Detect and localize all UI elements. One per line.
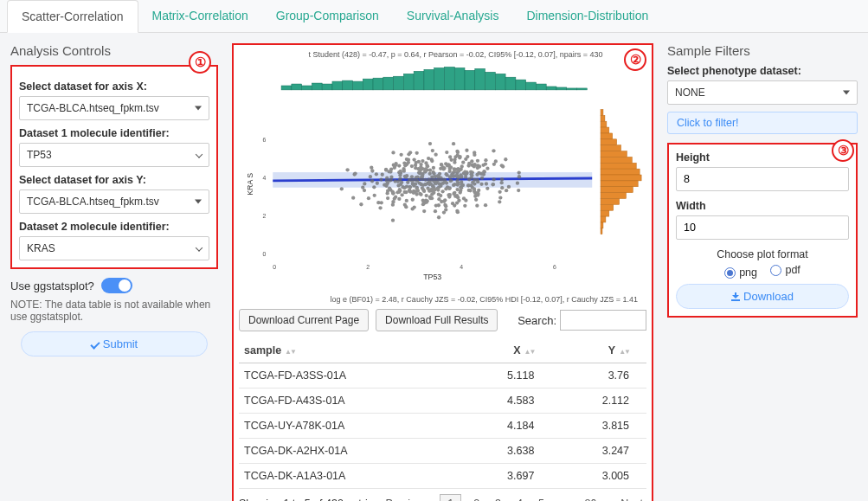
svg-rect-23 (516, 80, 526, 90)
label-axis-x: Select dataset for axis X: (19, 80, 209, 93)
svg-point-469 (428, 180, 431, 183)
select-mol1-value: TP53 (27, 149, 52, 161)
svg-rect-37 (601, 151, 627, 157)
svg-rect-40 (601, 169, 640, 175)
submit-button[interactable]: Submit (21, 331, 208, 356)
table-row[interactable]: TCGA-UY-A78K-01A4.1843.815 (239, 414, 646, 439)
svg-text:4: 4 (262, 175, 266, 181)
plot-xlabel: TP53 (423, 273, 441, 281)
pager-next[interactable]: Next (617, 496, 646, 501)
svg-point-438 (432, 178, 435, 182)
results-table: sample▲▼ X▲▼ Y▲▼ TCGA-FD-A3SS-01A5.1183.… (239, 338, 646, 489)
select-phenotype-dataset[interactable]: NONE (667, 80, 858, 105)
svg-point-259 (415, 161, 418, 164)
cell-sample: TCGA-DK-A2HX-01A (239, 439, 457, 464)
svg-rect-42 (601, 181, 638, 187)
pager-page[interactable]: 3 (492, 496, 505, 501)
svg-point-376 (370, 179, 374, 183)
pager-page[interactable]: 5 (535, 496, 548, 501)
svg-point-424 (415, 192, 418, 196)
svg-point-221 (379, 177, 383, 181)
col-y[interactable]: Y▲▼ (551, 338, 646, 363)
svg-point-463 (415, 176, 418, 179)
download-plot-button[interactable]: Download (676, 284, 849, 309)
svg-point-237 (453, 155, 457, 158)
label-height: Height (676, 151, 849, 164)
svg-point-390 (407, 152, 410, 156)
svg-point-406 (475, 203, 479, 207)
svg-point-460 (447, 193, 450, 196)
select-axis-x-dataset[interactable]: TCGA-BLCA.htseq_fpkm.tsv (19, 96, 209, 120)
width-input[interactable] (676, 215, 849, 240)
svg-point-354 (485, 182, 488, 185)
pager-page[interactable]: 2 (470, 496, 483, 501)
label-mol1: Dataset 1 molecule identifier: (19, 127, 209, 139)
height-input[interactable] (676, 167, 849, 191)
select-mol1[interactable]: TP53 (19, 143, 209, 167)
tab-matrix-correlation[interactable]: Matrix-Correlation (138, 0, 262, 32)
pager-page[interactable]: 1 (440, 494, 461, 501)
svg-point-358 (442, 210, 446, 214)
chevron-down-icon (195, 106, 202, 111)
tab-group-comparison[interactable]: Group-Comparison (262, 0, 393, 32)
svg-point-251 (484, 158, 487, 162)
svg-point-149 (470, 159, 473, 163)
select-mol2[interactable]: KRAS (19, 236, 209, 260)
pager-prev[interactable]: Previous (383, 496, 432, 501)
download-full-results-button[interactable]: Download Full Results (376, 309, 498, 331)
table-row[interactable]: TCGA-FD-A3SS-01A5.1183.76 (239, 363, 646, 389)
svg-rect-46 (601, 204, 614, 210)
radio-dot-icon (724, 267, 736, 279)
svg-point-296 (471, 185, 474, 189)
svg-point-154 (404, 176, 408, 179)
tab-dimension-distribution[interactable]: Dimension-Distribution (512, 0, 662, 32)
tab-survival-analysis[interactable]: Survival-Analysis (393, 0, 513, 32)
svg-point-115 (411, 198, 415, 202)
svg-point-227 (424, 178, 428, 182)
svg-point-61 (396, 183, 400, 187)
table-row[interactable]: TCGA-FD-A43S-01A4.5832.112 (239, 389, 646, 414)
pager: Previous 12345...86 Next (383, 496, 646, 501)
pager-page[interactable]: 86 (581, 496, 600, 501)
radio-png[interactable]: png (724, 267, 757, 279)
download-current-page-button[interactable]: Download Current Page (239, 309, 369, 331)
search-input[interactable] (560, 310, 646, 331)
svg-point-131 (434, 209, 437, 213)
svg-point-262 (500, 177, 504, 181)
label-width: Width (676, 200, 849, 212)
pager-page[interactable]: ... (556, 496, 572, 501)
svg-point-439 (444, 204, 447, 208)
tab-scatter-correlation[interactable]: Scatter-Correlation (7, 0, 138, 33)
col-x[interactable]: X▲▼ (457, 338, 552, 363)
svg-text:2: 2 (262, 213, 266, 219)
svg-rect-17 (454, 67, 465, 90)
svg-point-401 (424, 161, 428, 164)
table-row[interactable]: TCGA-DK-A2HX-01A3.6383.247 (239, 439, 646, 464)
chevron-down-icon (843, 91, 850, 95)
radio-pdf[interactable]: pdf (770, 264, 800, 276)
svg-point-252 (461, 161, 465, 164)
svg-point-420 (434, 153, 437, 157)
svg-point-479 (491, 183, 494, 186)
svg-point-76 (415, 151, 419, 155)
svg-rect-28 (567, 88, 577, 90)
col-sample[interactable]: sample▲▼ (239, 338, 457, 363)
svg-rect-16 (444, 67, 454, 89)
svg-point-384 (438, 172, 441, 176)
radio-dot-icon (770, 265, 781, 276)
svg-point-481 (476, 166, 479, 170)
select-axis-y-dataset[interactable]: TCGA-BLCA.htseq_fpkm.tsv (19, 189, 209, 214)
svg-point-359 (466, 164, 470, 167)
svg-point-400 (397, 164, 401, 167)
svg-point-453 (498, 196, 502, 199)
svg-point-116 (448, 155, 452, 158)
svg-point-461 (448, 179, 452, 183)
svg-rect-21 (495, 74, 505, 90)
table-row[interactable]: TCGA-DK-A1A3-01A3.6973.005 (239, 464, 646, 489)
svg-rect-44 (601, 193, 626, 199)
svg-point-276 (398, 177, 402, 180)
toggle-ggstatsplot[interactable] (101, 278, 132, 293)
pager-page[interactable]: 4 (513, 496, 526, 501)
click-to-filter-button[interactable]: Click to filter! (667, 112, 858, 134)
svg-point-268 (444, 187, 447, 190)
